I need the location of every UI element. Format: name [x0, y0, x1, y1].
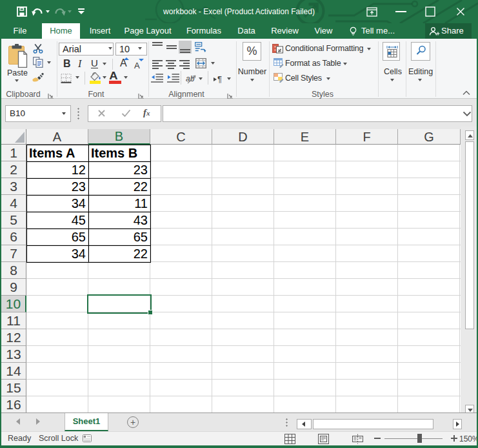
svg-text:ab: ab [186, 74, 195, 83]
svg-text:¶: ¶ [217, 74, 222, 83]
